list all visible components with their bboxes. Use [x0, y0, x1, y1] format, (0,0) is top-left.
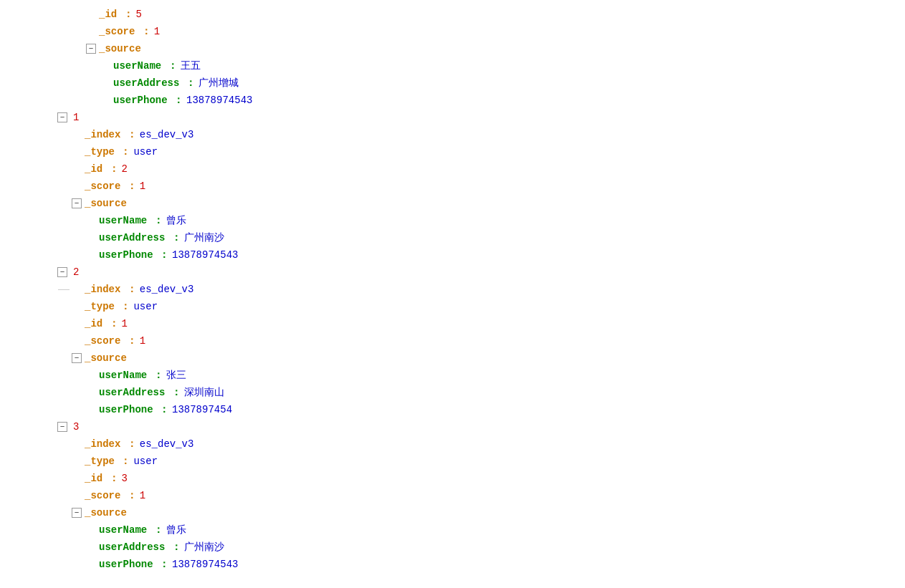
- top-source-address: userAddress ： 广州增城: [57, 74, 905, 92]
- record-2-type-row: _type ： user: [57, 298, 905, 315]
- record-3-index-row: _index ： es_dev_v3: [57, 435, 905, 453]
- json-tree: _id ： 5 _score ： 1 − _source userName ： …: [0, 6, 905, 573]
- top-id-value: 5: [136, 6, 142, 23]
- record-1-number: 1: [73, 109, 79, 126]
- record-2-username-row: userName ： 张三: [57, 367, 905, 384]
- record-1-id-row: _id ： 2: [57, 160, 905, 178]
- record-2-score-key: _score ：: [85, 332, 137, 350]
- record-3-type-value: user: [133, 453, 158, 470]
- top-id-row: _id ： 5: [57, 6, 905, 23]
- record-3-score-key: _score ：: [85, 487, 137, 504]
- record-3-source-toggle[interactable]: −: [72, 508, 82, 518]
- record-1-username-row: userName ： 曾乐: [57, 212, 905, 229]
- top-source-row: − _source: [57, 40, 905, 57]
- record-1-id-key: _id ：: [85, 160, 119, 178]
- record-3-id-key: _id ：: [85, 470, 119, 487]
- record-2-number: 2: [73, 264, 79, 281]
- record-3-username-row: userName ： 曾乐: [57, 521, 905, 539]
- record-1-type-value: user: [133, 143, 158, 160]
- record-2-source-toggle[interactable]: −: [72, 353, 82, 363]
- record-3-index-key: _index ：: [85, 435, 137, 453]
- top-source-username: userName ： 王五: [57, 57, 905, 74]
- record-3-id-value: 3: [122, 470, 128, 487]
- record-1-type-row: _type ： user: [57, 143, 905, 160]
- record-2-type-key: _type ：: [85, 298, 130, 315]
- record-1-score-row: _score ： 1: [57, 178, 905, 195]
- record-2-phone-value: 1387897454: [172, 401, 232, 418]
- record-1-address-row: userAddress ： 广州南沙: [57, 229, 905, 246]
- record-2-index-value: es_dev_v3: [140, 281, 194, 298]
- top-phone-key: userPhone ：: [113, 92, 183, 109]
- record-2-address-key: userAddress ：: [99, 384, 181, 401]
- record-1-source-row: − _source: [57, 195, 905, 212]
- record-2-id-value: 1: [122, 315, 128, 332]
- record-1-address-key: userAddress ：: [99, 229, 181, 246]
- record-2-address-row: userAddress ： 深圳南山: [57, 384, 905, 401]
- record-2-phone-row: userPhone ： 1387897454: [57, 401, 905, 418]
- record-3-address-key: userAddress ：: [99, 539, 181, 556]
- record-2-type-value: user: [133, 298, 158, 315]
- record-3-score-row: _score ： 1: [57, 487, 905, 504]
- record-3-username-key: userName ：: [99, 521, 163, 539]
- record-1-phone-key: userPhone ：: [99, 246, 169, 264]
- top-id-key: _id ：: [99, 6, 133, 23]
- record-2-score-value: 1: [140, 332, 145, 350]
- record-1-score-value: 1: [140, 178, 145, 195]
- record-3-num-row: − 3: [57, 418, 905, 435]
- record-2-index-row: _index ： es_dev_v3: [57, 281, 905, 298]
- record-3-phone-value: 13878974543: [172, 556, 238, 573]
- record-2-score-row: _score ： 1: [57, 332, 905, 350]
- record-1-num: − 1: [57, 109, 905, 126]
- record-2-id-key: _id ：: [85, 315, 119, 332]
- record-2-username-value: 张三: [166, 367, 186, 384]
- record-2-index-key: _index ：: [85, 281, 137, 298]
- record-1-address-value: 广州南沙: [184, 229, 224, 246]
- record-3-score-value: 1: [140, 487, 145, 504]
- top-username-key: userName ：: [113, 57, 178, 74]
- top-username-value: 王五: [181, 57, 201, 74]
- record-1-phone-row: userPhone ： 13878974543: [57, 246, 905, 264]
- record-2-id-row: _id ： 1: [57, 315, 905, 332]
- record-1-score-key: _score ：: [85, 178, 137, 195]
- top-address-key: userAddress ：: [113, 74, 196, 92]
- top-source-phone: userPhone ： 13878974543: [57, 92, 905, 109]
- record-2-source-row: − _source: [57, 350, 905, 367]
- record-1-username-key: userName ：: [99, 212, 163, 229]
- record-2-toggle[interactable]: −: [57, 267, 67, 277]
- record-1-index-row: _index ： es_dev_v3: [57, 126, 905, 143]
- record-1-phone-value: 13878974543: [172, 246, 238, 264]
- record-3-index-value: es_dev_v3: [140, 435, 194, 453]
- record-3-username-value: 曾乐: [166, 521, 186, 539]
- record-1-type-key: _type ：: [85, 143, 130, 160]
- record-3-id-row: _id ： 3: [57, 470, 905, 487]
- top-score-key: _score ：: [99, 23, 151, 40]
- record-2-username-key: userName ：: [99, 367, 163, 384]
- top-score-row: _score ： 1: [57, 23, 905, 40]
- top-score-value: 1: [154, 23, 160, 40]
- top-phone-value: 13878974543: [186, 92, 252, 109]
- record-1-index-key: _index ：: [85, 126, 137, 143]
- record-2-source-key: _source: [85, 350, 127, 367]
- record-3-type-key: _type ：: [85, 453, 130, 470]
- record-3-phone-row: userPhone ： 13878974543: [57, 556, 905, 573]
- record-1-username-value: 曾乐: [166, 212, 186, 229]
- record-1-source-key: _source: [85, 195, 127, 212]
- record-1-id-value: 2: [122, 160, 128, 178]
- record-2-phone-key: userPhone ：: [99, 401, 169, 418]
- record-1-source-toggle[interactable]: −: [72, 198, 82, 208]
- record-3-toggle[interactable]: −: [57, 422, 67, 432]
- record-3-type-row: _type ： user: [57, 453, 905, 470]
- record-3-source-key: _source: [85, 504, 127, 521]
- top-source-toggle[interactable]: −: [86, 44, 96, 54]
- top-source-key: _source: [99, 40, 141, 57]
- record-2-num-row: − 2: [57, 264, 905, 281]
- record-3-number: 3: [73, 418, 79, 435]
- record-2-address-value: 深圳南山: [184, 384, 224, 401]
- record-3-phone-key: userPhone ：: [99, 556, 169, 573]
- record-3-source-row: − _source: [57, 504, 905, 521]
- record-3-address-value: 广州南沙: [184, 539, 224, 556]
- record-1-index-value: es_dev_v3: [140, 126, 194, 143]
- record-3-address-row: userAddress ： 广州南沙: [57, 539, 905, 556]
- top-address-value: 广州增城: [198, 74, 239, 92]
- record-1-toggle[interactable]: −: [57, 112, 67, 122]
